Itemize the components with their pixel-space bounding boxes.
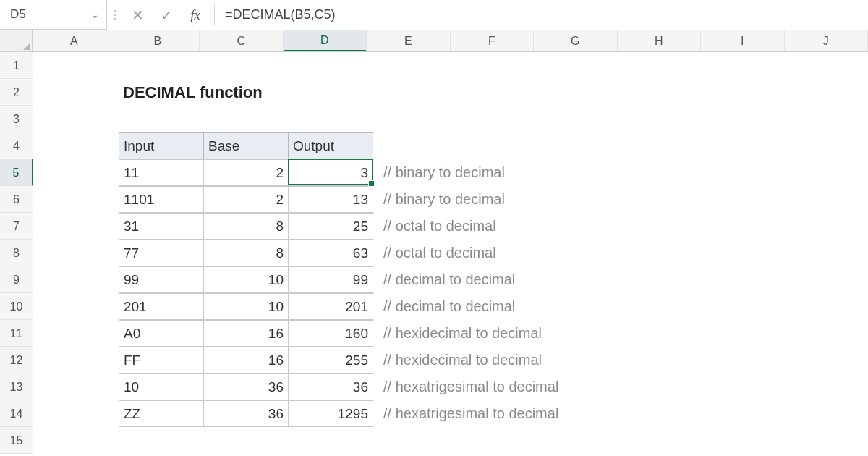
formula-bar-separator: ⋮ xyxy=(107,0,123,30)
row-header-9[interactable]: 9 xyxy=(0,266,33,293)
table-header-input[interactable]: Input xyxy=(119,132,204,159)
name-box[interactable]: D5 ⌄ xyxy=(0,0,107,30)
row-header-15[interactable]: 15 xyxy=(0,427,33,454)
cell-output[interactable]: 36 xyxy=(288,373,373,400)
cells-area[interactable]: DECIMAL function Input Base Output 1123/… xyxy=(33,52,868,454)
row-header-12[interactable]: 12 xyxy=(0,347,33,373)
row-header-3[interactable]: 3 xyxy=(0,106,33,132)
cell-base[interactable]: 8 xyxy=(203,240,289,266)
row-4: Input Base Output xyxy=(33,132,868,159)
cell-input[interactable]: 77 xyxy=(119,240,204,266)
cell-output[interactable]: 1295 xyxy=(288,400,373,427)
cell-base[interactable]: 16 xyxy=(203,347,289,373)
row-header-8[interactable]: 8 xyxy=(0,240,33,266)
cell-base[interactable]: 2 xyxy=(203,186,289,213)
cell-A13[interactable] xyxy=(33,373,119,400)
col-header-F[interactable]: F xyxy=(451,30,535,51)
cell-input[interactable]: 11 xyxy=(119,159,204,186)
cell-input[interactable]: A0 xyxy=(119,320,204,347)
cell-input[interactable]: ZZ xyxy=(119,400,204,427)
cell-comment[interactable]: // hexatrigesimal to decimal xyxy=(373,400,563,427)
cell-base[interactable]: 36 xyxy=(203,373,289,400)
row-header-10[interactable]: 10 xyxy=(0,293,33,320)
table-row: 77863// octal to decimal xyxy=(33,240,868,266)
formula-input[interactable]: =DECIMAL(B5,C5) xyxy=(219,0,868,30)
cell-output[interactable]: 160 xyxy=(288,320,373,347)
col-header-H[interactable]: H xyxy=(618,30,702,51)
cell-output[interactable]: 3 xyxy=(288,159,373,186)
table-header-base[interactable]: Base xyxy=(203,132,289,159)
cell-base[interactable]: 10 xyxy=(203,266,289,293)
table-header-output[interactable]: Output xyxy=(288,132,373,159)
col-header-A[interactable]: A xyxy=(33,30,116,51)
cell-comment[interactable]: // hexidecimal to decimal xyxy=(373,320,546,347)
cell-comment[interactable]: // binary to decimal xyxy=(373,186,509,213)
cell-input[interactable]: 1101 xyxy=(119,186,204,213)
cell-comment[interactable]: // decimal to decimal xyxy=(373,266,519,293)
col-header-G[interactable]: G xyxy=(534,30,618,51)
cell-output[interactable]: 25 xyxy=(288,213,373,240)
cell-A15[interactable] xyxy=(33,427,119,454)
cell-base[interactable]: 8 xyxy=(203,213,289,240)
cell-input[interactable]: 99 xyxy=(119,266,204,293)
row-header-5[interactable]: 5 xyxy=(0,159,33,186)
accept-formula-icon[interactable]: ✓ xyxy=(152,0,181,30)
table-row: 103636// hexatrigesimal to decimal xyxy=(33,373,868,400)
cell-A1[interactable] xyxy=(33,52,119,79)
fx-icon[interactable]: fx xyxy=(181,0,210,30)
cancel-formula-icon[interactable]: ✕ xyxy=(123,0,152,30)
cell-input[interactable]: 31 xyxy=(119,213,204,240)
cell-A5[interactable] xyxy=(33,159,119,186)
col-header-I[interactable]: I xyxy=(701,30,785,51)
col-header-D[interactable]: D xyxy=(284,30,367,51)
cell-output[interactable]: 201 xyxy=(288,293,373,320)
col-header-J[interactable]: J xyxy=(785,30,868,51)
chevron-down-icon[interactable]: ⌄ xyxy=(90,9,99,20)
page-title[interactable]: DECIMAL function xyxy=(119,79,267,106)
cell-comment[interactable]: // hexatrigesimal to decimal xyxy=(373,373,563,400)
cell-A2[interactable] xyxy=(33,79,119,106)
row-header-6[interactable]: 6 xyxy=(0,186,33,213)
row-header-2[interactable]: 2 xyxy=(0,79,33,106)
cell-comment[interactable]: // binary to decimal xyxy=(373,159,509,186)
row-header-4[interactable]: 4 xyxy=(0,132,33,159)
cell-base[interactable]: 36 xyxy=(203,400,289,427)
col-header-E[interactable]: E xyxy=(367,30,451,51)
cell-comment[interactable]: // octal to decimal xyxy=(373,240,501,266)
cell-A4[interactable] xyxy=(33,132,119,159)
cell-A12[interactable] xyxy=(33,347,119,373)
cell-output[interactable]: 99 xyxy=(288,266,373,293)
cell-output[interactable]: 13 xyxy=(288,186,373,213)
cell-base[interactable]: 2 xyxy=(203,159,289,186)
cell-input[interactable]: FF xyxy=(119,347,204,373)
cell-A3[interactable] xyxy=(33,106,119,132)
row-3 xyxy=(33,106,868,132)
row-1 xyxy=(33,52,868,79)
cell-comment[interactable]: // decimal to decimal xyxy=(373,293,519,320)
cell-A8[interactable] xyxy=(33,240,119,266)
col-header-B[interactable]: B xyxy=(116,30,200,51)
divider xyxy=(214,4,215,25)
row-header-11[interactable]: 11 xyxy=(0,320,33,347)
row-header-1[interactable]: 1 xyxy=(0,52,33,79)
cell-base[interactable]: 10 xyxy=(203,293,289,320)
cell-output[interactable]: 63 xyxy=(288,240,373,266)
cell-base[interactable]: 16 xyxy=(203,320,289,347)
cell-comment[interactable]: // octal to decimal xyxy=(373,213,501,240)
cell-A7[interactable] xyxy=(33,213,119,240)
cell-input[interactable]: 201 xyxy=(119,293,204,320)
table-row: 1101213// binary to decimal xyxy=(33,186,868,213)
cell-input[interactable]: 10 xyxy=(119,373,204,400)
col-header-C[interactable]: C xyxy=(200,30,284,51)
cell-A11[interactable] xyxy=(33,320,119,347)
cell-output[interactable]: 255 xyxy=(288,347,373,373)
row-header-7[interactable]: 7 xyxy=(0,213,33,240)
row-header-14[interactable]: 14 xyxy=(0,400,33,427)
cell-A10[interactable] xyxy=(33,293,119,320)
select-all-corner[interactable] xyxy=(0,30,33,51)
cell-comment[interactable]: // hexidecimal to decimal xyxy=(373,347,546,373)
row-header-13[interactable]: 13 xyxy=(0,373,33,400)
cell-A6[interactable] xyxy=(33,186,119,213)
cell-A14[interactable] xyxy=(33,400,119,427)
cell-A9[interactable] xyxy=(33,266,119,293)
